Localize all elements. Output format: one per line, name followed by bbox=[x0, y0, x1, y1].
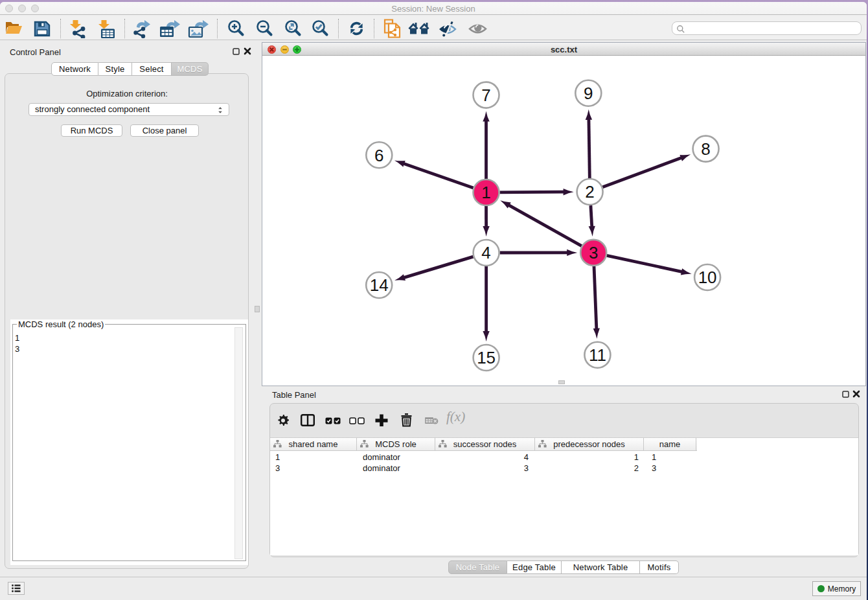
svg-text:3: 3 bbox=[589, 243, 598, 262]
svg-text:9: 9 bbox=[584, 84, 593, 103]
svg-text:15: 15 bbox=[477, 348, 496, 367]
svg-text:10: 10 bbox=[698, 268, 717, 287]
svg-text:2: 2 bbox=[585, 182, 594, 202]
svg-text:4: 4 bbox=[481, 243, 490, 262]
svg-text:6: 6 bbox=[374, 146, 383, 165]
svg-text:8: 8 bbox=[701, 139, 710, 159]
svg-text:1: 1 bbox=[481, 183, 490, 202]
svg-text:7: 7 bbox=[481, 86, 490, 105]
svg-text:14: 14 bbox=[370, 275, 389, 295]
svg-text:11: 11 bbox=[589, 345, 606, 365]
